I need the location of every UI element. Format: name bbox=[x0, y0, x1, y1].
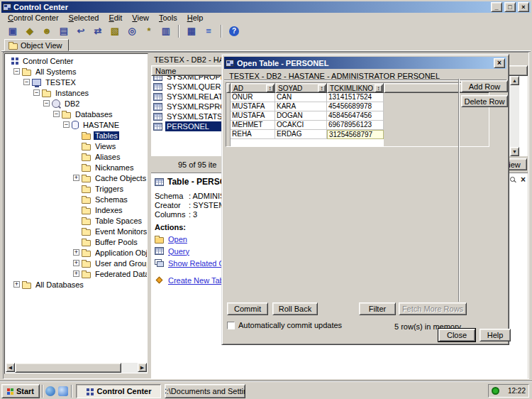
sort-icon[interactable]: ↕ bbox=[318, 84, 326, 92]
scrollbar-thumb[interactable] bbox=[15, 363, 121, 373]
tree-item-buffer-pools[interactable]: Buffer Pools bbox=[6, 236, 147, 247]
collapse-icon[interactable]: − bbox=[33, 89, 40, 96]
tree-item-event-monitors[interactable]: Event Monitors bbox=[6, 226, 147, 236]
cell[interactable]: 13141517524 bbox=[327, 93, 384, 102]
close-dialog-button[interactable]: Close bbox=[438, 329, 475, 341]
menu-selected[interactable]: Selected bbox=[64, 13, 104, 23]
command-center-button[interactable]: ▤ bbox=[55, 24, 72, 38]
tree-item-user-and-group-objects[interactable]: +User and Group Objects bbox=[6, 258, 147, 268]
tree-item-tables[interactable]: Tables bbox=[6, 130, 147, 141]
tree-item-control-center[interactable]: Control Center bbox=[6, 55, 147, 66]
users-button[interactable]: ☻ bbox=[38, 24, 55, 38]
maximize-button[interactable]: □ bbox=[504, 2, 516, 12]
column-header-ad[interactable]: AD↕ bbox=[231, 83, 275, 93]
tab-object-view[interactable]: Object View bbox=[4, 39, 69, 51]
minimize-button[interactable]: _ bbox=[491, 2, 502, 12]
tree-horizontal-scrollbar[interactable] bbox=[6, 363, 147, 373]
cell[interactable]: CAN bbox=[275, 93, 327, 102]
db2-status-icon[interactable] bbox=[492, 387, 499, 395]
close-pane-icon[interactable]: × bbox=[521, 176, 526, 183]
magnifier-icon[interactable] bbox=[510, 177, 516, 183]
cell[interactable]: 45456689978 bbox=[327, 102, 384, 111]
quick-launch-browser-icon[interactable] bbox=[45, 386, 55, 396]
dialog-close-button[interactable]: × bbox=[494, 58, 505, 68]
expand-icon[interactable]: + bbox=[73, 260, 79, 266]
column-header-tckimlikno[interactable]: TCKIMLIKNO↕ bbox=[327, 83, 384, 93]
collapse-icon[interactable]: − bbox=[13, 68, 20, 75]
cell[interactable]: ONUR bbox=[231, 93, 275, 102]
scrollbar-track[interactable] bbox=[121, 363, 138, 373]
tree-item-federated-database-objects[interactable]: +Federated Database Objects bbox=[6, 268, 147, 279]
commit-button[interactable]: Commit bbox=[227, 302, 268, 315]
scroll-down-icon[interactable] bbox=[510, 147, 519, 156]
cell[interactable]: MUSTAFA bbox=[231, 111, 275, 121]
scroll-up-icon[interactable] bbox=[510, 76, 519, 85]
replication-center-button[interactable]: ⇄ bbox=[89, 24, 106, 38]
tree-item-indexes[interactable]: Indexes bbox=[6, 204, 147, 215]
cell[interactable]: MEHMET bbox=[231, 121, 275, 130]
tools-settings-button[interactable]: * bbox=[140, 24, 157, 38]
sort-icon[interactable]: ↕ bbox=[375, 84, 382, 92]
collapse-icon[interactable]: − bbox=[23, 79, 30, 85]
expand-icon[interactable]: + bbox=[73, 175, 79, 181]
roll-back-button[interactable]: Roll Back bbox=[272, 302, 318, 315]
cell[interactable]: 45845647456 bbox=[327, 111, 384, 121]
collapse-icon[interactable]: − bbox=[63, 121, 70, 128]
start-button[interactable]: Start bbox=[1, 384, 40, 398]
tree-item-databases[interactable]: −Databases bbox=[6, 109, 147, 119]
collapse-icon[interactable]: − bbox=[53, 111, 60, 117]
list-vertical-scrollbar[interactable] bbox=[510, 76, 519, 156]
taskbar-task-c-documents-and-settin[interactable]: C:\Documents and Settin... bbox=[165, 384, 245, 398]
cell[interactable]: REHA bbox=[231, 130, 275, 139]
menu-control-center[interactable]: Control Center bbox=[3, 13, 64, 23]
tree-item-table-spaces[interactable]: Table Spaces bbox=[6, 215, 147, 226]
add-row-button[interactable]: Add Row bbox=[461, 80, 508, 92]
journal-button[interactable]: ◎ bbox=[123, 24, 140, 38]
link-open[interactable]: Open bbox=[168, 235, 187, 244]
menu-view[interactable]: View bbox=[127, 13, 154, 23]
taskbar-task-control-center[interactable]: Control Center bbox=[76, 384, 161, 398]
link-query[interactable]: Query bbox=[168, 247, 189, 256]
tree-item-views[interactable]: Views bbox=[6, 141, 147, 151]
tree-item-all-systems[interactable]: −All Systems bbox=[6, 66, 147, 77]
tree-item-db2[interactable]: −DB2 bbox=[6, 98, 147, 109]
sort-icon[interactable]: ↕ bbox=[266, 84, 274, 92]
auto-commit-checkbox[interactable] bbox=[227, 322, 235, 329]
cell[interactable]: ERDAG bbox=[275, 130, 327, 139]
menu-tools[interactable]: Tools bbox=[154, 13, 182, 23]
quick-launch-desktop-icon[interactable] bbox=[58, 386, 68, 396]
tree-item-hastane[interactable]: −HASTANE bbox=[6, 119, 147, 130]
tree-item-nicknames[interactable]: Nicknames bbox=[6, 162, 147, 173]
column-header-soyad[interactable]: SOYAD↕ bbox=[275, 83, 327, 93]
tree-item-triggers[interactable]: Triggers bbox=[6, 183, 147, 194]
tree-item-application-objects[interactable]: +Application Objects bbox=[6, 247, 147, 258]
cell[interactable]: DOGAN bbox=[275, 111, 327, 121]
legend-button[interactable]: ▦ bbox=[183, 24, 200, 38]
tree-item-instances[interactable]: −Instances bbox=[6, 87, 147, 98]
menu-edit[interactable]: Edit bbox=[104, 13, 127, 23]
cell[interactable]: OCAKCI bbox=[275, 121, 327, 130]
help-button[interactable]: Help bbox=[480, 329, 511, 341]
scroll-right-icon[interactable] bbox=[138, 363, 147, 372]
cell[interactable]: 69678956123 bbox=[327, 121, 384, 130]
expand-icon[interactable]: + bbox=[73, 270, 79, 277]
key-button[interactable]: ◆ bbox=[21, 24, 38, 38]
cell[interactable]: 31254568797 bbox=[327, 130, 384, 139]
tree-item-all-databases[interactable]: +All Databases bbox=[6, 279, 147, 290]
tree-item-aliases[interactable]: Aliases bbox=[6, 151, 147, 162]
cell[interactable]: MUSTAFA bbox=[231, 102, 275, 111]
information-center-button[interactable]: ▥ bbox=[157, 24, 174, 38]
tree-item-testex[interactable]: −TESTEX bbox=[6, 77, 147, 87]
refresh-button[interactable]: ↩ bbox=[72, 24, 89, 38]
close-button[interactable]: × bbox=[518, 2, 529, 12]
cell[interactable]: KARA bbox=[275, 102, 327, 111]
expand-icon[interactable]: + bbox=[73, 249, 79, 256]
tree-item-cache-objects[interactable]: +Cache Objects bbox=[6, 173, 147, 183]
list-view-button[interactable]: ≡ bbox=[200, 24, 217, 38]
menu-help[interactable]: Help bbox=[182, 13, 209, 23]
filter-button[interactable]: Filter bbox=[359, 302, 396, 315]
tree-item-schemas[interactable]: Schemas bbox=[6, 194, 147, 204]
task-center-button[interactable]: ▧ bbox=[106, 24, 123, 38]
help-button[interactable]: ? bbox=[226, 24, 243, 38]
collapse-icon[interactable]: − bbox=[43, 100, 50, 106]
